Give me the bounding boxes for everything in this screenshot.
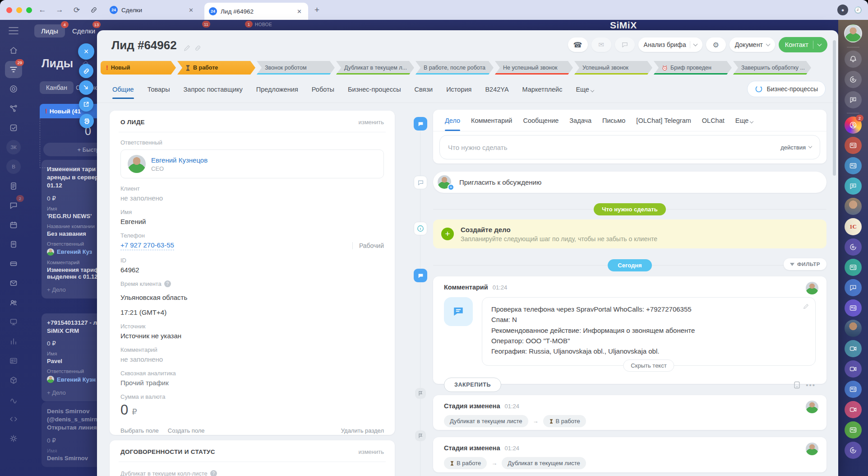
tl-tab-message[interactable]: Сообщение (523, 117, 559, 124)
hide-text-button[interactable]: Скрыть текст (623, 359, 674, 372)
more-options-icon[interactable]: ••• (806, 381, 816, 389)
onec-icon[interactable]: 1С (845, 218, 862, 235)
note-icon[interactable] (794, 381, 800, 389)
collapse-button[interactable] (79, 80, 93, 95)
select-field-link[interactable]: Выбрать поле (120, 427, 159, 435)
card-blue-icon[interactable] (845, 381, 862, 398)
sign-icon[interactable] (5, 391, 22, 408)
documents-icon[interactable] (5, 236, 22, 253)
help-icon[interactable]: ? (210, 470, 217, 476)
edit-pencil-icon[interactable] (803, 303, 809, 311)
menu-hamburger-icon[interactable] (5, 22, 22, 39)
edit-title-icon[interactable] (184, 45, 190, 53)
stage-success-call[interactable]: Успешный звонок (574, 61, 652, 75)
chat-teal-icon[interactable] (845, 177, 862, 195)
notifications-bell-icon[interactable] (845, 51, 862, 68)
print-button[interactable] (79, 114, 94, 128)
responsible-card[interactable]: Евгений Кузнецов CEO (120, 149, 384, 178)
contact-convert-button[interactable]: Контакт (779, 37, 827, 52)
group-avatar[interactable] (845, 198, 862, 215)
tasks-check-icon[interactable] (5, 119, 22, 136)
stage-failed-call[interactable]: Не успешный звонок (495, 61, 573, 75)
tab-business-processes[interactable]: Бизнес-процессы (348, 86, 401, 95)
call-button[interactable]: ☎ (568, 37, 588, 52)
browser-tab-deals[interactable]: 24 Сделки ✕ (105, 2, 200, 18)
social-connector-icon[interactable]: 2 (845, 117, 862, 134)
delete-section-link[interactable]: Удалить раздел (341, 427, 384, 435)
business-process-button[interactable]: Бизнес-процессы (747, 81, 826, 97)
tab-general[interactable]: Общие (112, 86, 134, 95)
responsible-name-link[interactable]: Евгений Кузнецов (151, 156, 208, 164)
stage-duplicate[interactable]: Дубликат в текущем л... (336, 61, 414, 75)
tab-close-icon[interactable]: ✕ (187, 6, 195, 14)
edit-section-link[interactable]: изменить (358, 448, 384, 455)
window-zoom-button[interactable] (26, 7, 32, 13)
crm-card-blue-icon[interactable] (845, 157, 862, 174)
tab-products[interactable]: Товары (148, 86, 170, 95)
tl-tab-task[interactable]: Задача (569, 117, 591, 124)
document-button[interactable]: Документ (729, 37, 775, 52)
messenger-chat-icon[interactable]: 2 (5, 197, 22, 214)
card-green-icon[interactable] (845, 421, 862, 439)
email-button[interactable]: ✉ (591, 37, 611, 52)
stage-brief-done[interactable]: Бриф проведен (654, 61, 732, 75)
filter-button[interactable]: ФИЛЬТР (784, 258, 826, 270)
tab-history[interactable]: История (446, 86, 471, 95)
modal-scrollbar[interactable] (833, 40, 836, 176)
settings-gear-icon[interactable] (5, 430, 22, 447)
video-teal-icon[interactable] (845, 340, 862, 357)
create-activity-hint[interactable]: + Создайте дело Запланируйте следующий ш… (433, 219, 826, 248)
tl-tab-more[interactable]: Еще (735, 117, 753, 124)
tab-relations[interactable]: Связи (415, 86, 433, 95)
automation-network-icon[interactable] (5, 100, 22, 117)
tl-tab-comment[interactable]: Комментарий (471, 117, 512, 124)
copilot-icon[interactable] (845, 71, 862, 88)
tab-marketplace[interactable]: Маркетплейс (522, 86, 563, 95)
drive-card-icon[interactable] (5, 255, 22, 272)
calendar-icon[interactable] (5, 216, 22, 233)
back-icon[interactable]: ← (36, 3, 49, 17)
presentation-icon[interactable] (5, 313, 22, 331)
brief-analysis-button[interactable]: Анализ брифа (638, 37, 702, 52)
stage-new[interactable]: !Новый (101, 61, 176, 75)
tab-close-icon[interactable]: ✕ (295, 7, 304, 16)
forward-icon[interactable]: → (53, 3, 66, 17)
help-icon[interactable]: ? (164, 280, 171, 287)
tab-supplier-request[interactable]: Запрос поставщику (184, 86, 243, 95)
video-pink-icon[interactable] (845, 401, 862, 418)
marketing-target-icon[interactable] (5, 80, 22, 98)
analytics-bars-icon[interactable] (5, 333, 22, 350)
pin-comment-button[interactable]: ЗАКРЕПИТЬ (444, 378, 501, 392)
slider-close-button[interactable]: × (78, 43, 94, 60)
phone-link[interactable]: +7 927 270-63-55 (120, 241, 174, 250)
stage-robot-call[interactable]: Звонок роботом (257, 61, 335, 75)
contact-card-icon[interactable] (5, 352, 22, 369)
zk-shortcut[interactable]: ЗК (5, 139, 22, 156)
copy-link-button[interactable] (79, 64, 93, 78)
stage-after-robot[interactable]: В работе, после робота (416, 61, 494, 75)
share-link-icon[interactable] (87, 3, 101, 17)
card-teal-icon[interactable] (845, 259, 862, 276)
market-cube-icon[interactable] (5, 372, 22, 389)
home-icon[interactable] (5, 42, 22, 59)
employees-icon[interactable] (5, 294, 22, 311)
tl-tab-letter[interactable]: Письмо (602, 117, 625, 124)
invite-to-discussion[interactable]: + Пригласить к обсуждению (433, 172, 826, 193)
tl-tab-activity[interactable]: Дело (445, 117, 460, 124)
chat-info-icon[interactable] (845, 279, 862, 296)
news-feed-icon[interactable] (5, 177, 22, 195)
browser-profile-icon[interactable]: ● (837, 5, 848, 15)
nav-tab-leads[interactable]: Лиды 4 (34, 24, 65, 37)
window-close-button[interactable] (6, 7, 12, 13)
open-new-window-button[interactable] (79, 97, 93, 112)
view-kanban-tab[interactable]: Канбан (40, 81, 74, 94)
new-tab-button[interactable]: + (311, 5, 323, 15)
window-minimize-button[interactable] (16, 7, 22, 13)
browser-history-icon[interactable]: 🕘 (853, 5, 863, 15)
tab-offers[interactable]: Предложения (256, 86, 298, 95)
todo-input[interactable]: Что нужно сделать действия (439, 135, 820, 159)
b-shortcut[interactable]: В (5, 158, 22, 175)
settings-button[interactable]: ⚙ (706, 37, 726, 52)
stage-finish[interactable]: Завершить обработку ... (733, 61, 811, 75)
tab-robots[interactable]: Роботы (312, 86, 334, 95)
